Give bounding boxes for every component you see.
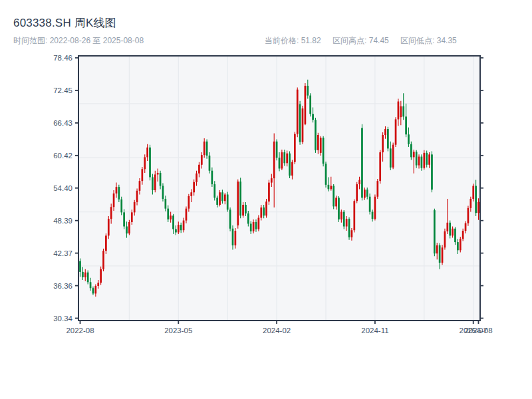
candle (100, 267, 102, 285)
candle (395, 117, 397, 147)
candle (265, 199, 267, 217)
candle-body (444, 231, 446, 247)
candle-body (253, 222, 255, 231)
candle (343, 210, 345, 229)
candle-body (398, 102, 400, 120)
candle-body (307, 86, 309, 96)
candle (374, 195, 376, 221)
candle-body (421, 157, 423, 168)
candle-body (384, 129, 386, 135)
candle-body (239, 182, 241, 215)
candle-body (120, 200, 122, 213)
candle (387, 127, 389, 152)
candle-body (178, 225, 180, 232)
y-tick-label: 30.34 (53, 315, 72, 323)
candle-body (157, 173, 159, 174)
candle (281, 150, 283, 170)
candle-body (402, 106, 404, 116)
candle-body (123, 212, 125, 226)
candle-body (426, 153, 428, 165)
candle (467, 206, 469, 226)
candle-body (170, 215, 172, 219)
kline-page: 603338.SH 周K线图 时间范围: 2022-08-26 至 2025-0… (0, 0, 532, 399)
candle-body (90, 282, 92, 288)
candle-body (201, 155, 203, 165)
candle (332, 184, 334, 209)
candle-body (423, 153, 425, 168)
x-tick-label: 2024-11 (361, 327, 388, 334)
candle-body (279, 158, 281, 168)
candle-body (436, 245, 438, 253)
candle-body (348, 219, 350, 237)
candle-body (126, 227, 128, 234)
candle-body (467, 208, 469, 223)
candle (379, 150, 381, 184)
candle-body (283, 152, 285, 163)
candle-body (454, 229, 456, 242)
candle-body (358, 180, 360, 185)
candle-body (297, 90, 299, 134)
candle (442, 245, 444, 265)
candle-body (431, 154, 433, 190)
candle-body (144, 157, 146, 169)
candle-body (245, 205, 247, 213)
candle-body (97, 283, 99, 286)
candle-body (193, 182, 195, 192)
candle-body (408, 134, 410, 144)
candle-body (227, 195, 229, 210)
candle (356, 182, 358, 203)
candle-body (162, 186, 164, 199)
candle-body (211, 171, 213, 184)
candle-body (460, 239, 462, 250)
candle-body (281, 152, 283, 168)
candle (376, 179, 378, 199)
candle-body (242, 205, 244, 215)
y-tick-label: 42.37 (53, 249, 72, 257)
y-tick-label: 54.40 (53, 184, 72, 192)
candle-body (136, 191, 138, 202)
candle-body (183, 221, 185, 231)
candle-body (258, 217, 260, 229)
candle-body (449, 223, 451, 236)
candle-body (315, 120, 317, 150)
candle-body (317, 135, 319, 150)
candle-body (361, 128, 363, 198)
candle (162, 183, 164, 201)
candle-body (271, 178, 273, 183)
y-tick-label: 72.45 (53, 86, 72, 94)
candle (338, 196, 340, 222)
candle (323, 136, 325, 167)
candle-body (465, 223, 467, 231)
candle-body (235, 231, 237, 245)
y-tick-label: 48.39 (53, 217, 72, 225)
candle-body (351, 230, 353, 237)
x-tick-label: 2024-02 (263, 327, 291, 334)
candle-body (247, 213, 249, 223)
candle-body (255, 222, 257, 229)
candle-body (343, 212, 345, 227)
candle (239, 178, 241, 218)
candle (149, 145, 151, 181)
candle-body (392, 145, 394, 168)
candle (229, 207, 231, 231)
candle-body (105, 235, 107, 251)
candle-body (172, 215, 174, 229)
candle (392, 142, 394, 169)
candle-body (142, 169, 144, 181)
candle-body (152, 177, 154, 190)
candle (108, 216, 110, 239)
candle-body (410, 144, 412, 158)
candle-body (224, 195, 226, 201)
candle-body (346, 219, 348, 226)
candle (325, 162, 327, 188)
candle-body (108, 219, 110, 235)
candle (299, 101, 301, 145)
candle-body (167, 209, 169, 219)
candle (276, 140, 278, 161)
candle-body (369, 197, 371, 212)
candle (305, 83, 307, 125)
candle-body (434, 210, 436, 253)
candle-body (356, 184, 358, 201)
candle-body (376, 181, 378, 197)
candle-body (328, 185, 330, 190)
